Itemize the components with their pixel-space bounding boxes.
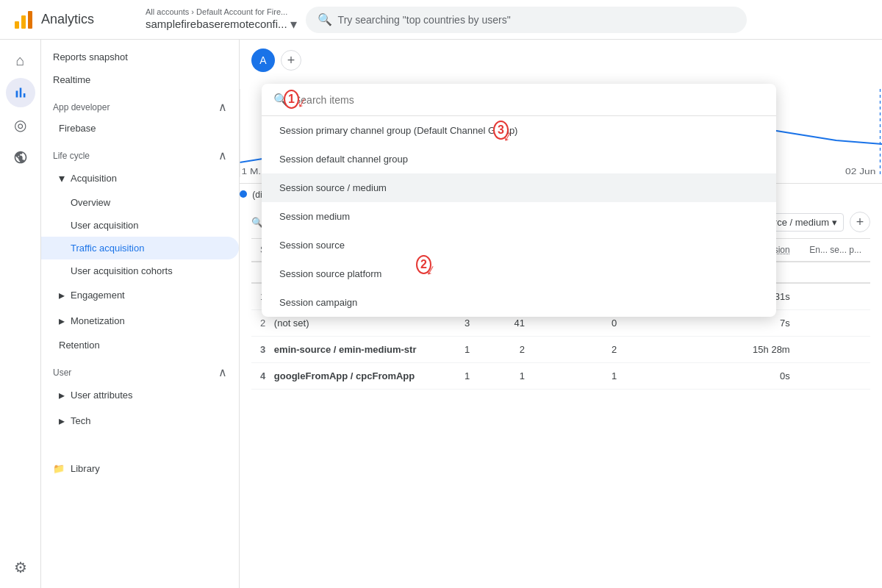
row4-engaged: 1 bbox=[534, 363, 625, 390]
user-attributes-bullet-icon: ▸ bbox=[59, 388, 65, 402]
avatar-row: A + bbox=[240, 40, 882, 81]
row3-sessions: 2 bbox=[478, 337, 534, 363]
svg-text:02 Jun: 02 Jun bbox=[845, 167, 875, 176]
content-area: A + 🔍 Session primary channel group (Def… bbox=[240, 40, 882, 588]
sidebar-item-user-acquisition-cohorts[interactable]: User acquisition cohorts bbox=[41, 259, 239, 282]
dropdown-item-0[interactable]: Session primary channel group (Default C… bbox=[262, 116, 776, 145]
dropdown-search-icon: 🔍 bbox=[273, 93, 288, 107]
dropdown-item-5[interactable]: Session source platform bbox=[262, 259, 776, 288]
row2-eng-pct bbox=[799, 310, 870, 337]
row4-sessions: 1 bbox=[478, 363, 534, 390]
realtime-label: Realtime bbox=[53, 74, 90, 85]
engagement-bullet-icon: ▸ bbox=[59, 288, 65, 302]
dropdown-search-input[interactable] bbox=[294, 94, 764, 106]
col-header-eng-sessions-pct[interactable]: En... se... p... bbox=[799, 239, 870, 262]
table-row: 4 googleFromApp / cpcFromApp 1 1 1 0s bbox=[251, 363, 870, 390]
sidebar-item-realtime[interactable]: Realtime bbox=[41, 68, 239, 91]
explore-nav-button[interactable]: ◎ bbox=[6, 110, 35, 140]
dropdown-item-6[interactable]: Session campaign bbox=[262, 288, 776, 317]
reports-nav-button[interactable] bbox=[6, 78, 35, 107]
user-section: User ∧ bbox=[41, 356, 239, 382]
dropdown-item-2[interactable]: Session source / medium bbox=[262, 173, 776, 202]
logo-area: Analytics bbox=[12, 8, 137, 32]
row4-avg: 0s bbox=[625, 363, 798, 390]
sidebar-item-user-attributes[interactable]: ▸ User attributes bbox=[41, 382, 239, 408]
home-nav-button[interactable]: ⌂ bbox=[6, 46, 35, 75]
sidebar-item-engagement[interactable]: ▸ Engagement bbox=[41, 282, 239, 308]
nav-sidebar: Reports snapshot Realtime App developer … bbox=[41, 40, 240, 588]
row4-users: 1 bbox=[430, 363, 478, 390]
advertising-nav-button[interactable] bbox=[6, 143, 35, 172]
reports-snapshot-label: Reports snapshot bbox=[53, 51, 128, 62]
account-area: All accounts › Default Account for Fire.… bbox=[146, 7, 297, 32]
sidebar-item-retention[interactable]: Retention bbox=[41, 334, 239, 356]
app-developer-section: App developer ∧ bbox=[41, 91, 239, 117]
sidebar-item-acquisition[interactable]: ▾ Acquisition bbox=[41, 165, 239, 191]
row3-eng-pct bbox=[799, 337, 870, 363]
dimension-dropdown[interactable]: 🔍 Session primary channel group (Default… bbox=[262, 84, 776, 317]
lifecycle-section: Life cycle ∧ bbox=[41, 140, 239, 165]
row3-avg: 15h 28m bbox=[625, 337, 798, 363]
dropdown-item-1[interactable]: Session default channel group bbox=[262, 145, 776, 173]
row3-users: 1 bbox=[430, 337, 478, 363]
table-row: 3 emin-source / emin-medium-str 1 2 2 15… bbox=[251, 337, 870, 363]
logo-text: Analytics bbox=[41, 12, 94, 27]
monetization-bullet-icon: ▸ bbox=[59, 314, 65, 328]
row4-dimension: 4 googleFromApp / cpcFromApp bbox=[251, 363, 430, 390]
add-dimension-button[interactable]: + bbox=[850, 212, 870, 232]
lifecycle-expand-icon[interactable]: ∧ bbox=[218, 148, 227, 162]
breadcrumb: All accounts › Default Account for Fire.… bbox=[146, 7, 297, 16]
row3-dimension: 3 emin-source / emin-medium-str bbox=[251, 337, 430, 363]
main-layout: ⌂ ◎ ⚙ Reports snapshot Realtime App deve… bbox=[0, 40, 882, 588]
sidebar-item-monetization[interactable]: ▸ Monetization bbox=[41, 308, 239, 334]
user-expand-icon[interactable]: ∧ bbox=[218, 365, 227, 379]
dimension-chevron-icon: ▾ bbox=[832, 217, 837, 228]
global-search-bar[interactable]: 🔍 Try searching "top countries by users" bbox=[306, 7, 747, 33]
dropdown-item-4[interactable]: Session source bbox=[262, 231, 776, 259]
account-chevron-icon: ▾ bbox=[290, 16, 297, 32]
svg-rect-1 bbox=[21, 15, 26, 29]
sidebar-item-library[interactable]: 📁 Library bbox=[41, 457, 239, 480]
svg-rect-2 bbox=[28, 11, 32, 29]
sidebar-item-reports-snapshot[interactable]: Reports snapshot bbox=[41, 46, 239, 68]
search-icon: 🔍 bbox=[318, 12, 332, 26]
user-avatar[interactable]: A bbox=[251, 49, 275, 72]
sidebar-item-traffic-acquisition[interactable]: Traffic acquisition bbox=[41, 237, 239, 259]
dropdown-search-row: 🔍 bbox=[262, 84, 776, 116]
add-comparison-button[interactable]: + bbox=[281, 50, 301, 71]
dropdown-item-3[interactable]: Session medium bbox=[262, 202, 776, 231]
acquisition-bullet-icon: ▾ bbox=[59, 171, 65, 185]
search-placeholder: Try searching "top countries by users" bbox=[338, 14, 511, 26]
row1-eng-pct bbox=[799, 283, 870, 310]
analytics-logo-icon bbox=[12, 8, 35, 32]
sidebar-item-user-acquisition[interactable]: User acquisition bbox=[41, 214, 239, 237]
row3-engaged: 2 bbox=[534, 337, 625, 363]
svg-rect-0 bbox=[15, 21, 19, 29]
tech-bullet-icon: ▸ bbox=[59, 414, 65, 428]
account-name-button[interactable]: samplefirebaseremoteconfi... ▾ bbox=[146, 16, 297, 32]
totals-eng-pct bbox=[799, 262, 870, 283]
settings-nav-button[interactable]: ⚙ bbox=[6, 553, 35, 582]
sidebar-item-tech[interactable]: ▸ Tech bbox=[41, 408, 239, 434]
app-developer-expand-icon[interactable]: ∧ bbox=[218, 100, 227, 114]
sidebar-item-firebase[interactable]: Firebase bbox=[41, 117, 239, 140]
top-header: Analytics All accounts › Default Account… bbox=[0, 0, 882, 40]
sidebar-item-overview[interactable]: Overview bbox=[41, 191, 239, 214]
row4-eng-pct bbox=[799, 363, 870, 390]
library-folder-icon: 📁 bbox=[53, 463, 65, 474]
icon-sidebar: ⌂ ◎ ⚙ bbox=[0, 40, 41, 588]
